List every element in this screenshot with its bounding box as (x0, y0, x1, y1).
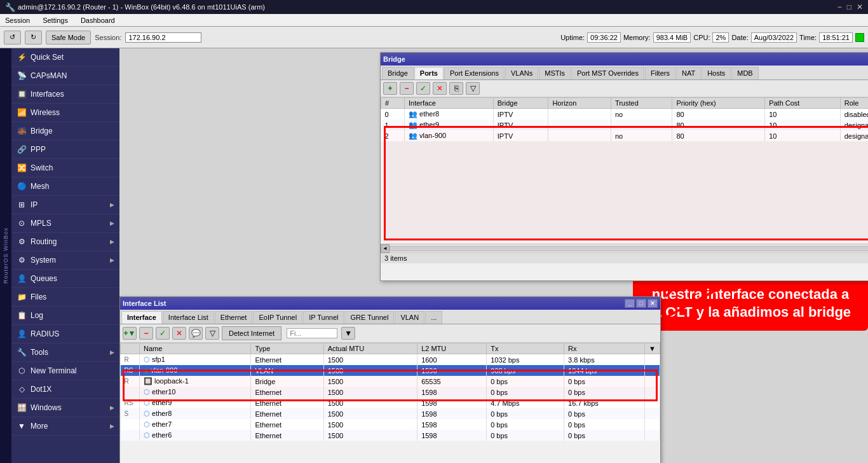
iface-table-row[interactable]: RS ⬡ ether9 Ethernet 1500 1598 4.7 Mbps … (121, 397, 660, 408)
bridge-filter-btn[interactable]: ▽ (466, 82, 480, 95)
tab-bridge-mdb[interactable]: MDB (731, 67, 758, 79)
system-arrow: ▶ (110, 257, 114, 263)
iface-window-controls[interactable]: _ □ ✕ (625, 299, 658, 308)
bridge-add-btn[interactable]: + (383, 82, 397, 95)
bridge-col-pathcost: Path Cost (765, 98, 841, 109)
tab-iface-interface[interactable]: Interface (121, 311, 162, 324)
tab-bridge-bridge[interactable]: Bridge (382, 67, 414, 79)
bridge-scroll-left[interactable]: ◄ (381, 244, 390, 253)
sidebar-item-new-terminal[interactable]: ⬡ New Terminal (11, 362, 119, 380)
sidebar-item-radius[interactable]: 👤 RADIUS (11, 325, 119, 343)
bridge-copy-btn[interactable]: ⎘ (449, 82, 463, 95)
iface-table-row[interactable]: ⬡ ether7 Ethernet 1500 1598 0 bps 0 bps (121, 419, 660, 430)
bridge-cell-pathcost: 10 (765, 109, 841, 120)
sidebar-item-ip[interactable]: ⊞ IP ▶ (11, 196, 119, 214)
iface-table-row[interactable]: R 🔲 loopback-1 Bridge 1500 65535 0 bps 0… (121, 376, 660, 387)
iface-cell-name: ⬡ sfp1 (140, 354, 251, 366)
tab-bridge-port-mst-overrides[interactable]: Port MST Overrides (571, 67, 644, 79)
sidebar-item-files[interactable]: 📁 Files (11, 288, 119, 307)
bridge-scroll-track[interactable] (390, 246, 868, 251)
bridge-cell-role: disabled port (840, 109, 868, 120)
ip-arrow: ▶ (110, 202, 114, 208)
sidebar-item-wireless[interactable]: 📶 Wireless (11, 104, 119, 122)
sidebar-label-bridge: Bridge (31, 127, 53, 135)
tab-bridge-port-extensions[interactable]: Port Extensions (444, 67, 505, 79)
iface-close-btn[interactable]: ✕ (648, 299, 658, 308)
tab-bridge-mstis[interactable]: MSTIs (539, 67, 571, 79)
sidebar-item-bridge[interactable]: 🌉 Bridge (11, 122, 119, 141)
sidebar-item-ppp[interactable]: 🔗 PPP (11, 141, 119, 159)
tab-iface-eoip[interactable]: EoIP Tunnel (253, 311, 302, 324)
safemode-btn[interactable]: Safe Mode (46, 31, 91, 45)
bridge-scroll-area[interactable]: ◄ ► (381, 244, 868, 252)
sidebar-item-mesh[interactable]: 🔵 Mesh (11, 177, 119, 196)
sidebar-item-quickset[interactable]: ⚡ Quick Set (11, 48, 119, 67)
mpls-icon: ⊙ (17, 219, 27, 228)
menu-dashboard[interactable]: Dashboard (78, 16, 118, 25)
iface-del-btn[interactable]: − (139, 327, 153, 340)
bridge-cell-interface: 👥 vlan-900 (404, 130, 493, 141)
maximize-btn[interactable]: □ (847, 3, 851, 11)
tab-iface-list[interactable]: Interface List (163, 311, 214, 324)
menu-settings[interactable]: Settings (40, 16, 71, 25)
tab-bridge-hosts[interactable]: Hosts (702, 67, 731, 79)
iface-maximize-btn[interactable]: □ (636, 299, 646, 308)
menu-session[interactable]: Session (3, 16, 32, 25)
minimize-btn[interactable]: − (837, 3, 842, 11)
tab-iface-more[interactable]: ... (425, 311, 442, 324)
iface-enable-btn[interactable]: ✓ (156, 327, 170, 340)
iface-table-row[interactable]: ⬡ ether10 Ethernet 1500 1598 0 bps 0 bps (121, 387, 660, 397)
tab-iface-vlan[interactable]: VLAN (395, 311, 424, 324)
title-bar-controls[interactable]: − □ ✕ (837, 3, 863, 11)
bridge-del-btn[interactable]: − (400, 82, 414, 95)
sidebar-item-queues[interactable]: 👤 Queues (11, 270, 119, 288)
iface-add-btn[interactable]: +▼ (123, 327, 137, 340)
iface-table-row[interactable]: ⬡ ether6 Ethernet 1500 1598 0 bps 0 bps (121, 430, 660, 441)
bridge-check-btn[interactable]: ✓ (416, 82, 430, 95)
iface-table-row[interactable]: S ⬡ ether8 Ethernet 1500 1598 0 bps 0 bp… (121, 408, 660, 419)
tab-iface-gre[interactable]: GRE Tunnel (344, 311, 394, 324)
iface-sort-btn[interactable]: ▼ (341, 327, 355, 340)
sidebar-item-interfaces[interactable]: 🔲 Interfaces (11, 85, 119, 104)
sidebar-item-routing[interactable]: ⚙ Routing ▶ (11, 233, 119, 251)
iface-window-titlebar[interactable]: Interface List _ □ ✕ (120, 297, 660, 310)
iface-cell-name: ⬡ ether8 (140, 408, 251, 419)
sidebar-item-tools[interactable]: 🔧 Tools ▶ (11, 343, 119, 362)
date-value: Aug/03/2022 (751, 32, 797, 43)
bridge-table-row[interactable]: 2 👥 vlan-900 IPTV no 80 10 designated po… (381, 130, 869, 141)
iface-comment-btn[interactable]: 💬 (189, 327, 203, 340)
iface-cell-flags: RS (121, 365, 140, 376)
iface-table-row[interactable]: R ⬡ sfp1 Ethernet 1500 1600 1032 bps 3.8… (121, 354, 660, 366)
iface-table-row[interactable]: RS ◈ vlan-900 VLAN 1500 1596 968 bps 134… (121, 365, 660, 376)
sidebar-item-dot1x[interactable]: ◇ Dot1X (11, 380, 119, 399)
bridge-table-row[interactable]: 1 👥 ether9 IPTV 80 10 designated port (381, 120, 869, 130)
bridge-x-btn[interactable]: ✕ (433, 82, 447, 95)
sidebar-item-mpls[interactable]: ⊙ MPLS ▶ (11, 214, 119, 233)
forward-btn[interactable]: ↻ (25, 31, 42, 45)
close-btn[interactable]: ✕ (857, 3, 863, 11)
tab-bridge-filters[interactable]: Filters (645, 67, 675, 79)
mpls-arrow: ▶ (110, 220, 114, 226)
iface-table-container: Name Type Actual MTU L2 MTU Tx Rx ▼ R ⬡ … (120, 343, 660, 463)
sidebar-item-log[interactable]: 📋 Log (11, 307, 119, 325)
sidebar-item-switch[interactable]: 🔀 Switch (11, 159, 119, 177)
tab-iface-iptunnel[interactable]: IP Tunnel (303, 311, 344, 324)
detect-internet-btn[interactable]: Detect Internet (222, 326, 281, 340)
tab-bridge-ports[interactable]: Ports (414, 67, 444, 79)
bridge-window-titlebar[interactable]: Bridge _ □ ✕ (381, 53, 868, 66)
tab-bridge-vlans[interactable]: VLANs (505, 67, 538, 79)
iface-minimize-btn[interactable]: _ (625, 299, 635, 308)
iface-find-input[interactable] (287, 328, 337, 338)
iface-filter-btn[interactable]: ▽ (205, 327, 219, 340)
back-btn[interactable]: ↺ (4, 31, 21, 45)
more-icon: ▼ (17, 422, 27, 431)
tab-iface-ethernet[interactable]: Ethernet (215, 311, 253, 324)
sidebar-item-capsman[interactable]: 📡 CAPsMAN (11, 67, 119, 85)
bridge-table-row[interactable]: 0 👥 ether8 IPTV no 80 10 disabled port (381, 109, 869, 120)
sidebar-item-system[interactable]: ⚙ System ▶ (11, 251, 119, 270)
sidebar-item-more[interactable]: ▼ More ▶ (11, 417, 119, 436)
session-input[interactable] (125, 32, 201, 43)
sidebar-item-windows[interactable]: 🪟 Windows ▶ (11, 399, 119, 417)
iface-disable-btn[interactable]: ✕ (172, 327, 186, 340)
tab-bridge-nat[interactable]: NAT (676, 67, 701, 79)
